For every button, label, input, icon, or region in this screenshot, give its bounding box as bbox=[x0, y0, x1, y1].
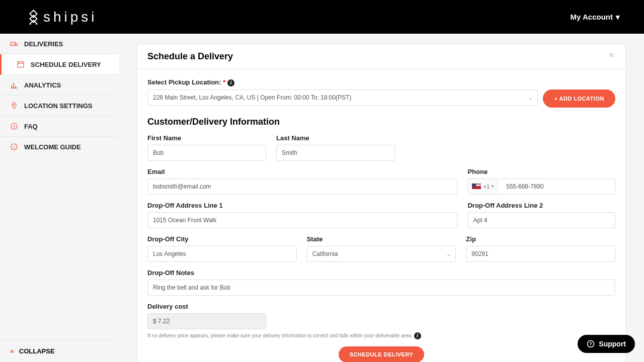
address2-input[interactable] bbox=[467, 212, 615, 228]
state-label: State bbox=[307, 235, 456, 243]
email-label: Email bbox=[147, 168, 457, 175]
sidebar-item-location-settings[interactable]: LOCATION SETTINGS bbox=[0, 96, 119, 116]
svg-point-5 bbox=[16, 45, 17, 46]
sidebar-nav: DELIVERIES SCHEDULE DELIVERY ANALYTICS L… bbox=[0, 34, 119, 362]
schedule-delivery-card: Schedule a Delivery Select Pickup Locati… bbox=[137, 44, 626, 362]
sidebar-item-label: ANALYTICS bbox=[24, 81, 61, 89]
svg-point-4 bbox=[12, 45, 13, 46]
support-label: Support bbox=[599, 340, 626, 348]
sidebar-item-deliveries[interactable]: DELIVERIES bbox=[0, 34, 119, 54]
phone-input-group: +1 ▾ bbox=[467, 178, 615, 195]
collapse-card-icon[interactable] bbox=[607, 52, 615, 62]
state-select[interactable]: California bbox=[307, 246, 456, 262]
address1-label: Drop-Off Address Line 1 bbox=[147, 202, 457, 209]
caret-down-icon: ▾ bbox=[616, 13, 620, 22]
info-tooltip-icon[interactable]: i bbox=[414, 332, 421, 339]
top-header: shipsi My Account ▾ bbox=[0, 0, 644, 34]
delivery-cost-value: $ 7.22 bbox=[147, 313, 266, 329]
pickup-location-label: Select Pickup Location: * i bbox=[147, 78, 615, 86]
address2-label: Drop-Off Address Line 2 bbox=[467, 202, 615, 209]
phone-label: Phone bbox=[467, 168, 615, 175]
calendar-icon bbox=[17, 60, 25, 68]
svg-rect-6 bbox=[18, 62, 24, 67]
customer-info-heading: Customer/Delivery Information bbox=[147, 117, 615, 127]
pin-icon bbox=[10, 102, 18, 110]
zip-input[interactable] bbox=[466, 246, 615, 262]
help-icon: ? bbox=[10, 122, 18, 130]
card-title: Schedule a Delivery bbox=[147, 51, 233, 62]
sidebar-item-schedule-delivery[interactable]: SCHEDULE DELIVERY bbox=[0, 54, 119, 75]
brand-logo: shipsi bbox=[24, 9, 98, 25]
sidebar-item-label: FAQ bbox=[24, 123, 38, 130]
us-flag-icon bbox=[472, 184, 481, 189]
support-widget-button[interactable]: ? Support bbox=[578, 335, 635, 353]
collapse-label: COLLAPSE bbox=[19, 347, 55, 355]
card-header: Schedule a Delivery bbox=[137, 44, 625, 69]
sidebar-item-faq[interactable]: ? FAQ bbox=[0, 116, 119, 137]
delivery-cost-helper: If no delivery price appears, please mak… bbox=[147, 332, 615, 339]
shipsi-logo-icon bbox=[24, 10, 39, 25]
svg-rect-0 bbox=[30, 10, 37, 17]
schedule-delivery-button[interactable]: SCHEDULE DELIVERY bbox=[339, 346, 425, 363]
email-input[interactable] bbox=[147, 178, 457, 195]
required-asterisk: * bbox=[223, 78, 225, 86]
phone-country-selector[interactable]: +1 ▾ bbox=[468, 179, 498, 194]
svg-text:i: i bbox=[14, 145, 15, 149]
svg-text:?: ? bbox=[590, 341, 593, 346]
address1-input[interactable] bbox=[147, 212, 457, 228]
notes-input[interactable] bbox=[147, 280, 615, 296]
sidebar-item-label: DELIVERIES bbox=[24, 40, 63, 48]
sidebar-collapse-button[interactable]: « COLLAPSE bbox=[0, 339, 119, 362]
pickup-location-select[interactable]: 228 Main Street, Los Angeles, CA, US | O… bbox=[147, 89, 538, 106]
truck-icon bbox=[10, 40, 18, 48]
caret-down-icon: ▾ bbox=[492, 184, 494, 189]
add-location-button[interactable]: + ADD LOCATION bbox=[543, 89, 615, 108]
svg-rect-1 bbox=[30, 15, 37, 22]
notes-label: Drop-Off Notes bbox=[147, 269, 615, 277]
delivery-cost-label: Delivery cost bbox=[147, 303, 266, 310]
info-tooltip-icon[interactable]: i bbox=[227, 79, 234, 86]
sidebar-item-label: LOCATION SETTINGS bbox=[24, 102, 93, 110]
first-name-label: First Name bbox=[147, 134, 266, 142]
city-input[interactable] bbox=[147, 246, 297, 262]
svg-point-10 bbox=[14, 104, 15, 106]
sidebar-item-label: SCHEDULE DELIVERY bbox=[31, 61, 101, 68]
phone-number-input[interactable] bbox=[498, 179, 615, 194]
first-name-input[interactable] bbox=[147, 145, 266, 161]
last-name-input[interactable] bbox=[276, 145, 395, 161]
sidebar-item-label: WELCOME GUIDE bbox=[24, 143, 81, 151]
city-label: Drop-Off City bbox=[147, 235, 297, 243]
sidebar-item-welcome-guide[interactable]: i WELCOME GUIDE bbox=[0, 137, 119, 157]
brand-text: shipsi bbox=[43, 9, 98, 25]
svg-rect-3 bbox=[11, 42, 15, 45]
chart-icon bbox=[10, 81, 18, 89]
sidebar-item-analytics[interactable]: ANALYTICS bbox=[0, 75, 119, 96]
info-icon: i bbox=[10, 143, 18, 151]
svg-text:?: ? bbox=[13, 124, 16, 129]
account-label: My Account bbox=[571, 13, 613, 21]
help-icon: ? bbox=[587, 340, 595, 348]
chevron-left-double-icon: « bbox=[10, 347, 14, 355]
my-account-dropdown[interactable]: My Account ▾ bbox=[571, 13, 620, 22]
zip-label: Zip bbox=[466, 235, 615, 243]
last-name-label: Last Name bbox=[276, 134, 395, 142]
